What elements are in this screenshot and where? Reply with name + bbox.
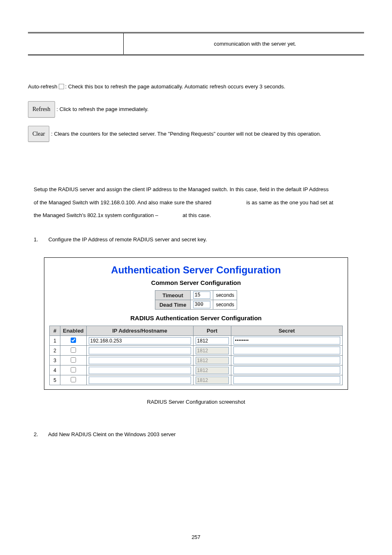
deadtime-label: Dead Time [155,300,191,310]
table-row: 2 [50,346,343,356]
deadtime-unit: seconds [213,300,237,310]
top-info-table: communication with the server yet. [28,32,364,56]
row-host-input[interactable] [89,347,191,354]
buttons-description: Auto-refresh : Check this box to refresh… [28,80,364,142]
radius-server-table: # Enabled IP Address/Hostname Port Secre… [49,326,343,385]
table-row: 3 [50,356,343,365]
figure-title: Authentication Server Configuration [49,264,343,276]
row-port-input[interactable] [196,347,229,354]
deadtime-input[interactable] [193,301,210,308]
row-port-input[interactable] [196,357,229,364]
common-server-table: Timeout seconds Dead Time seconds [155,290,237,310]
row-num: 5 [50,375,60,385]
refresh-desc: : Click to refresh the page immediately. [57,103,149,116]
setup-line1: Setup the RADIUS server and assign the c… [34,183,364,196]
row-enabled-checkbox[interactable] [71,377,76,382]
row-secret-input[interactable] [233,376,340,384]
figure-subtitle-2: RADIUS Authentication Server Configurati… [49,314,343,321]
row-secret-input[interactable] [233,366,340,374]
top-right-cell: communication with the server yet. [123,33,364,55]
clear-button-image: Clear [28,126,49,142]
row-secret-input[interactable] [233,347,340,354]
row-port-input[interactable] [196,377,229,384]
top-left-cell [28,33,123,55]
hdr-port: Port [193,326,231,336]
hdr-host: IP Address/Hostname [86,326,193,336]
step-2-text: Add New RADIUS Cleint on the Windows 200… [48,431,176,437]
step-1-text: Configure the IP Address of remote RADIU… [48,236,207,243]
setup-paragraph: Setup the RADIUS server and assign the c… [34,183,364,222]
row-num: 1 [50,336,60,346]
row-num: 4 [50,365,60,375]
row-host-input[interactable] [89,337,191,345]
row-num: 3 [50,356,60,365]
figure-subtitle-1: Common Server Configuration [49,279,343,286]
row-enabled-checkbox[interactable] [71,347,76,353]
radius-config-screenshot: Authentication Server Configuration Comm… [44,257,348,390]
hdr-secret: Secret [231,326,342,336]
step-1-num: 1. [34,233,47,246]
step-2: 2. Add New RADIUS Cleint on the Windows … [34,428,364,441]
row-host-input[interactable] [89,357,191,364]
page-number: 257 [0,534,392,540]
timeout-label: Timeout [155,291,191,300]
table-row: 1 [50,336,343,346]
checkbox-icon [59,84,64,89]
table-row: 5 [50,375,343,385]
hdr-enabled: Enabled [60,326,87,336]
row-host-input[interactable] [89,377,191,384]
setup-line2a: of the Managed Switch with 192.168.0.100… [34,199,213,206]
row-port-input[interactable] [196,367,229,374]
step-2-num: 2. [34,428,47,441]
auto-refresh-prefix: Auto-refresh [28,80,58,93]
hdr-num: # [50,326,60,336]
row-num: 2 [50,346,60,356]
row-port-input[interactable] [196,337,229,345]
row-enabled-checkbox[interactable] [71,338,76,343]
figure-caption: RADIUS Server Configuration screenshot [28,399,364,405]
table-row: 4 [50,365,343,375]
row-secret-input[interactable] [233,337,340,345]
row-host-input[interactable] [89,367,191,374]
setup-line3a: the Managed Switch's 802.1x system confi… [34,212,160,218]
setup-line3b: at this case. [182,212,211,218]
row-enabled-checkbox[interactable] [71,367,76,372]
row-enabled-checkbox[interactable] [71,357,76,363]
auto-refresh-desc: : Check this box to refresh the page aut… [65,80,286,93]
clear-desc: : Clears the counters for the selected s… [51,127,321,140]
timeout-input[interactable] [193,291,210,299]
setup-line2b: is as same as the one you had set at [246,199,333,206]
row-secret-input[interactable] [233,356,340,364]
timeout-unit: seconds [213,291,237,300]
refresh-button-image: Refresh [28,101,55,118]
step-1: 1. Configure the IP Address of remote RA… [34,233,364,246]
